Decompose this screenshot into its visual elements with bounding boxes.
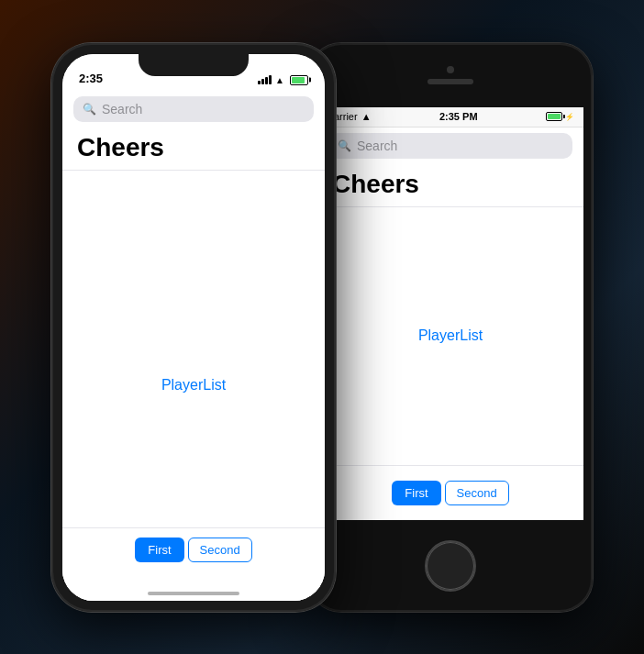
battery-fill-classic — [548, 114, 561, 119]
notch — [139, 54, 249, 76]
nav-title-modern: Cheers — [62, 129, 325, 171]
search-placeholder-classic: Search — [357, 139, 397, 153]
classic-camera-icon — [447, 66, 454, 73]
nav-title-text-modern: Cheers — [77, 133, 164, 161]
second-tab-button-modern[interactable]: Second — [188, 538, 252, 562]
search-bar-classic[interactable]: 🔍 Search — [328, 133, 572, 159]
signal-bar-1 — [258, 81, 261, 84]
status-time-modern: 2:35 — [79, 72, 103, 87]
signal-bar-2 — [261, 79, 264, 84]
second-tab-button-classic[interactable]: Second — [445, 481, 509, 505]
first-tab-button-classic[interactable]: First — [392, 481, 440, 505]
wifi-icon-modern: ▲ — [275, 75, 284, 85]
phone-modern-screen-inner: 2:35 ▲ — [62, 54, 325, 601]
home-indicator-modern — [148, 592, 239, 595]
player-list-link-classic[interactable]: PlayerList — [418, 327, 483, 344]
lightning-icon: ⚡ — [565, 113, 574, 121]
phone-modern: 2:35 ▲ — [51, 43, 336, 612]
status-bar-classic: Carrier ▲ 2:35 PM ⚡ — [317, 107, 583, 127]
battery-fill-modern — [292, 77, 305, 83]
phone-classic: Carrier ▲ 2:35 PM ⚡ 🔍 Search — [308, 43, 593, 612]
classic-screen-inner: Carrier ▲ 2:35 PM ⚡ 🔍 Search — [317, 107, 583, 520]
search-bar-modern[interactable]: 🔍 Search — [73, 96, 314, 122]
search-placeholder-modern: Search — [102, 102, 142, 116]
phone-modern-screen: 2:35 ▲ — [62, 54, 325, 601]
tab-bar-classic: First Second — [317, 465, 583, 520]
nav-title-classic: Cheers — [317, 166, 583, 207]
first-tab-button-modern[interactable]: First — [135, 538, 183, 562]
classic-bottom — [308, 520, 593, 612]
battery-icon-modern — [290, 75, 308, 85]
signal-bar-4 — [269, 75, 272, 84]
signal-bar-3 — [265, 77, 268, 84]
player-list-link-modern[interactable]: PlayerList — [161, 377, 226, 394]
nav-title-text-classic: Cheers — [332, 170, 419, 198]
classic-speaker — [427, 79, 473, 84]
battery-icon-classic — [546, 112, 562, 121]
signal-bars-icon — [258, 75, 272, 84]
status-time-classic: 2:35 PM — [439, 111, 478, 122]
wifi-icon-classic: ▲ — [361, 111, 372, 122]
status-right-classic: ⚡ — [546, 112, 574, 121]
phone-classic-screen: Carrier ▲ 2:35 PM ⚡ 🔍 Search — [317, 107, 583, 520]
home-button[interactable] — [425, 540, 476, 592]
status-icons-modern: ▲ — [258, 75, 308, 87]
search-icon-modern: 🔍 — [83, 103, 96, 116]
classic-top — [308, 43, 593, 107]
main-content-classic: PlayerList — [317, 207, 583, 465]
phones-container: 2:35 ▲ — [51, 43, 593, 612]
tab-bar-modern: First Second — [62, 527, 325, 601]
search-icon-classic: 🔍 — [338, 139, 351, 152]
